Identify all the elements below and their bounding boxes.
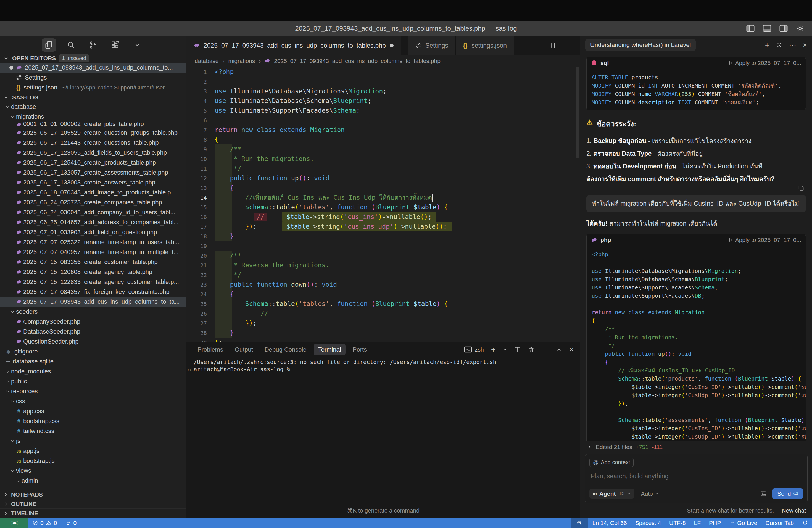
terminal-more-icon[interactable]: ··· xyxy=(542,346,549,353)
sidebar-section-notepads[interactable]: NOTEPADS xyxy=(0,489,186,499)
code-line[interactable]: 26 // xyxy=(186,309,580,318)
cursor-tab[interactable]: Cursor Tab xyxy=(762,518,798,528)
code-line[interactable]: 25 Schema::table('tables', function (Blu… xyxy=(186,299,580,309)
zoom-indicator[interactable] xyxy=(570,518,588,528)
code-line[interactable]: 20 /** xyxy=(186,251,580,260)
breadcrumb[interactable]: database› migrations› 2025_07_17_093943_… xyxy=(186,55,580,67)
chevron-down-icon[interactable] xyxy=(130,39,144,52)
code-line[interactable]: 9 /** xyxy=(186,144,580,154)
open-editor-item[interactable]: 2025_07_17_093943_add_cus_ins_udp_column… xyxy=(0,63,186,73)
tree-item-app-css[interactable]: #app.css xyxy=(0,406,186,416)
code-line[interactable]: 23 public function down(): void xyxy=(186,280,580,289)
language-mode[interactable]: PHP xyxy=(705,518,725,528)
terminal-tab-output[interactable]: Output xyxy=(230,344,257,355)
model-selector[interactable]: Auto xyxy=(641,490,659,497)
agent-mode-chip[interactable]: ∞ Agent ⌘I xyxy=(590,489,634,499)
code-line[interactable]: 7return new class extends Migration xyxy=(186,125,580,135)
code-line[interactable]: 8{ xyxy=(186,135,580,144)
code-line[interactable]: 27 }); xyxy=(186,318,580,328)
tree-item-2025-07-15-120608-create-agency-table-ph[interactable]: 2025_07_15_120608_create_agency_table.ph… xyxy=(0,267,186,277)
sidebar-section-timeline[interactable]: TIMELINE xyxy=(0,509,186,518)
code-line[interactable]: 14 //เพิ่มคอลัมภ์ Cus_Ins และ Cus_Ins_Ud… xyxy=(186,193,580,202)
tree-item-2025-06-18-070343-add-image-to-products-[interactable]: 2025_06_18_070343_add_image_to_products_… xyxy=(0,188,186,197)
terminal-tab-debug-console[interactable]: Debug Console xyxy=(260,344,311,355)
tree-item-2025-06-24-025723-create-companies-table[interactable]: 2025_06_24_025723_create_companies_table… xyxy=(0,197,186,207)
new-chat-icon[interactable]: + xyxy=(765,41,769,49)
notifications[interactable] xyxy=(798,518,812,528)
tree-item-2025-07-17-093943-add-cus-ins-udp-column[interactable]: 2025_07_17_093943_add_cus_ins_udp_column… xyxy=(0,297,186,307)
open-editor-item[interactable]: {}settings.json~/Library/Application Sup… xyxy=(0,83,186,92)
chat-tab[interactable]: Understanding whereHas() in Laravel xyxy=(585,39,696,51)
code-line[interactable]: 11 */ xyxy=(186,164,580,173)
apply-button[interactable]: Apply to 2025_07_17_0... xyxy=(728,60,801,66)
tree-item-css[interactable]: css xyxy=(0,396,186,406)
chat-history-icon[interactable] xyxy=(776,42,782,48)
tab-settings[interactable]: Settings xyxy=(408,36,456,55)
tree-item-bootstrap-css[interactable]: #bootstrap.css xyxy=(0,416,186,426)
code-line[interactable]: 15 Schema::table('tables', function (Blu… xyxy=(186,202,580,212)
tree-item-2025-06-17-133003-create-answers-table-p[interactable]: 2025_06_17_133003_create_answers_table.p… xyxy=(0,178,186,188)
zsh-shell-chip[interactable]: zsh xyxy=(464,346,484,353)
chat-input-box[interactable]: @ Add context Plan, search, build anythi… xyxy=(585,454,808,503)
new-terminal-icon[interactable]: + xyxy=(491,345,495,354)
toggle-right-sidebar-icon[interactable] xyxy=(779,24,788,33)
tree-item-bootstrap-js[interactable]: JSbootstrap.js xyxy=(0,456,186,466)
encoding[interactable]: UTF-8 xyxy=(665,518,690,528)
tree-item-2025-06-17-121443-create-questions-table[interactable]: 2025_06_17_121443_create_questions_table… xyxy=(0,138,186,148)
code-line[interactable]: 16 //$table->string('cus_ins')->nullable… xyxy=(186,212,580,222)
toggle-bottom-panel-icon[interactable] xyxy=(763,24,771,33)
tree-item-2025-06-24-030048-add-company-id-to-user[interactable]: 2025_06_24_030048_add_company_id_to_user… xyxy=(0,207,186,217)
terminal-tab-ports[interactable]: Ports xyxy=(348,344,371,355)
open-editor-item[interactable]: Settings xyxy=(0,73,186,83)
attach-image-icon[interactable] xyxy=(760,490,767,497)
tree-item-database-sqlite[interactable]: database.sqlite xyxy=(0,356,186,366)
toggle-left-sidebar-icon[interactable] xyxy=(746,24,755,33)
source-control-icon[interactable] xyxy=(86,39,100,52)
code-line[interactable]: 24 { xyxy=(186,289,580,299)
close-panel-icon[interactable]: × xyxy=(569,346,574,353)
tree-item-2025-06-17-123055-add-fields-to-users-ta[interactable]: 2025_06_17_123055_add_fields_to_users_ta… xyxy=(0,148,186,158)
tree-item-2025-07-15-083356-create-customer-table-[interactable]: 2025_07_15_083356_create_customer_table.… xyxy=(0,257,186,267)
eol[interactable]: LF xyxy=(690,518,705,528)
search-icon[interactable] xyxy=(64,39,78,52)
terminal-tab-terminal[interactable]: Terminal xyxy=(314,344,346,355)
send-button[interactable]: Send⏎ xyxy=(772,488,803,499)
code-line[interactable]: 18 } xyxy=(186,231,580,241)
tree-item-seeders[interactable]: seeders xyxy=(0,307,186,317)
tab-settings-json[interactable]: {} settings.json xyxy=(456,36,514,55)
tree-item-public[interactable]: public xyxy=(0,377,186,386)
tree-item-2025-06-17-105529-create-question-groups[interactable]: 2025_06_17_105529_create_question_groups… xyxy=(0,128,186,138)
tree-item-2025-06-17-132057-create-assessments-tab[interactable]: 2025_06_17_132057_create_assessments_tab… xyxy=(0,167,186,178)
explorer-icon[interactable] xyxy=(42,39,56,52)
split-terminal-icon[interactable] xyxy=(514,346,521,353)
tree-item-companyseeder-php[interactable]: CompanySeeder.php xyxy=(0,317,186,327)
tree-item-databaseseeder-php[interactable]: DatabaseSeeder.php xyxy=(0,327,186,337)
split-editor-icon[interactable] xyxy=(551,42,558,49)
chat-more-icon[interactable]: ··· xyxy=(789,41,796,49)
code-line[interactable]: 13 { xyxy=(186,183,580,193)
tree-item-tailwind-css[interactable]: #tailwind.css xyxy=(0,426,186,436)
gear-icon[interactable] xyxy=(796,24,804,33)
code-editor[interactable]: 1<?php23use Illuminate\Database\Migratio… xyxy=(186,67,580,342)
close-chat-icon[interactable]: × xyxy=(803,41,807,49)
chevron-down-icon[interactable] xyxy=(503,348,507,352)
terminal-output[interactable]: /Users/aritach/.zshrc:source:3: no such … xyxy=(186,357,580,373)
remote-indicator[interactable]: >< xyxy=(0,518,28,528)
terminal-tab-problems[interactable]: Problems xyxy=(193,344,228,355)
ports-status[interactable]: 0 xyxy=(61,518,81,528)
code-line[interactable]: 17 });$table->string('cus_ins_udp')->nul… xyxy=(186,222,580,231)
tree-item--gitignore[interactable]: ◆.gitignore xyxy=(0,347,186,356)
apply-button[interactable]: Apply to 2025_07_17_0... xyxy=(728,237,801,243)
sidebar-section-outline[interactable]: OUTLINE xyxy=(0,499,186,509)
chat-messages[interactable]: sql Apply to 2025_07_17_0... ALTER TABLE… xyxy=(580,52,812,441)
code-line[interactable]: 1<?php xyxy=(186,67,580,77)
code-line[interactable]: 28 } xyxy=(186,328,580,338)
tree-item-js[interactable]: js xyxy=(0,436,186,446)
code-line[interactable]: 3use Illuminate\Database\Migrations\Migr… xyxy=(186,86,580,96)
code-line[interactable]: 2 xyxy=(186,77,580,86)
edited-files-row[interactable]: Edited 21 files +751 -111 xyxy=(580,441,812,453)
project-section-header[interactable]: SAS-LOG xyxy=(0,92,186,102)
add-context-chip[interactable]: @ Add context xyxy=(590,458,634,467)
tab-migration-file[interactable]: 2025_07_17_093943_add_cus_ins_udp_column… xyxy=(186,36,401,55)
code-line[interactable]: 21 * Reverse the migrations. xyxy=(186,260,580,270)
